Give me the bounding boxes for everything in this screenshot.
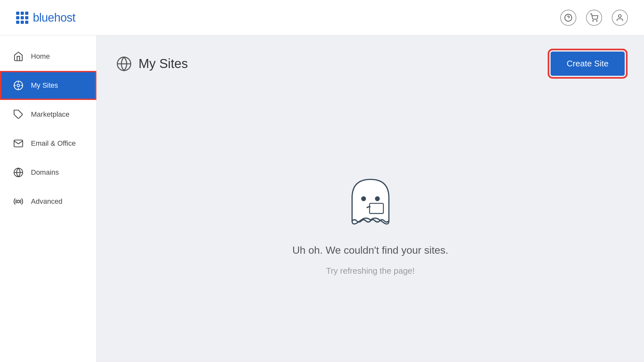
logo-grid-icon xyxy=(16,12,28,24)
help-icon xyxy=(564,14,572,22)
page-title: My Sites xyxy=(139,56,188,71)
content-header: My Sites Create Site xyxy=(116,52,625,76)
svg-rect-15 xyxy=(370,203,383,213)
content-area: My Sites Create Site Uh oh. We couldn't … xyxy=(97,35,644,362)
sidebar: Home My Sites Marketplace xyxy=(0,35,97,362)
create-site-button[interactable]: Create Site xyxy=(551,52,625,76)
cart-icon xyxy=(590,14,598,22)
page-title-area: My Sites xyxy=(116,56,188,72)
svg-point-4 xyxy=(619,15,621,17)
sidebar-label-home: Home xyxy=(31,52,50,61)
user-icon xyxy=(616,14,624,22)
sidebar-label-domains: Domains xyxy=(31,168,59,177)
wordpress-icon xyxy=(13,80,24,91)
svg-point-13 xyxy=(361,197,365,200)
empty-state: Uh oh. We couldn't find your sites. Try … xyxy=(116,95,625,351)
sidebar-item-email-office[interactable]: Email & Office xyxy=(0,129,96,158)
sidebar-item-advanced[interactable]: Advanced xyxy=(0,187,96,216)
sidebar-item-domains[interactable]: Domains xyxy=(0,158,96,187)
sidebar-item-my-sites[interactable]: My Sites xyxy=(0,71,96,100)
page-wordpress-icon xyxy=(116,56,132,72)
svg-point-14 xyxy=(375,197,379,200)
logo-area: bluehost xyxy=(16,11,75,24)
empty-state-title: Uh oh. We couldn't find your sites. xyxy=(293,244,448,256)
svg-point-2 xyxy=(593,20,593,21)
svg-point-10 xyxy=(17,200,20,203)
cart-button[interactable] xyxy=(586,10,602,26)
ghost-illustration xyxy=(338,170,403,235)
header-icons xyxy=(560,10,628,26)
advanced-icon xyxy=(13,196,24,207)
sidebar-label-my-sites: My Sites xyxy=(31,81,58,90)
svg-point-6 xyxy=(17,84,20,87)
sidebar-item-home[interactable]: Home xyxy=(0,42,96,71)
help-button[interactable] xyxy=(560,10,576,26)
svg-point-3 xyxy=(597,20,597,21)
user-button[interactable] xyxy=(612,10,628,26)
home-icon xyxy=(13,51,24,62)
header: bluehost xyxy=(0,0,644,35)
sidebar-item-marketplace[interactable]: Marketplace xyxy=(0,100,96,129)
logo-text: bluehost xyxy=(33,11,75,24)
main-layout: Home My Sites Marketplace xyxy=(0,35,644,362)
email-icon xyxy=(13,138,24,149)
sidebar-label-marketplace: Marketplace xyxy=(31,110,70,119)
sidebar-label-email-office: Email & Office xyxy=(31,139,76,148)
marketplace-icon xyxy=(13,109,24,120)
sidebar-label-advanced: Advanced xyxy=(31,197,62,206)
domains-icon xyxy=(13,167,24,178)
empty-state-subtitle: Try refreshing the page! xyxy=(326,266,415,276)
